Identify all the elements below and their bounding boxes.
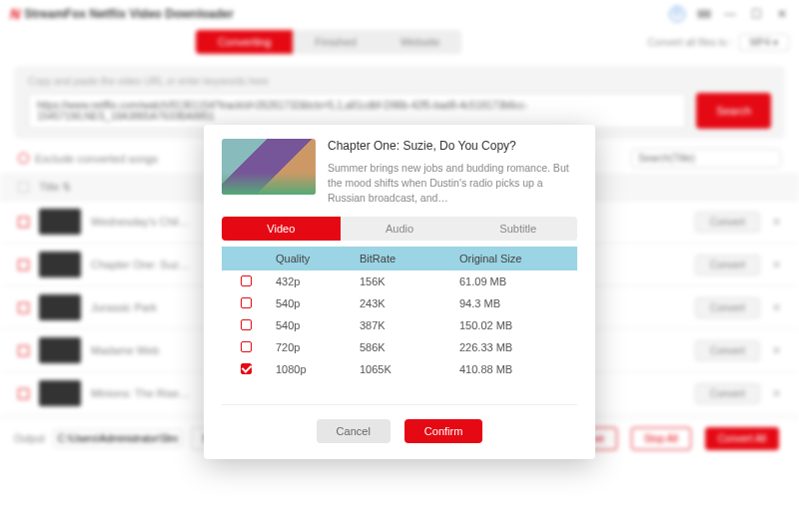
quality-value: 540p (270, 297, 360, 309)
app-title: StreamFox Netflix Video Downloader (24, 7, 234, 21)
tab-website[interactable]: Website (379, 30, 462, 54)
row-convert-button[interactable]: Convert (695, 383, 760, 404)
minimize-icon[interactable]: — (723, 7, 737, 21)
row-thumbnail (39, 380, 81, 406)
main-tabs: Converting Finished Website (196, 30, 461, 54)
row-checkbox[interactable] (18, 260, 29, 270)
bitrate-value: 586K (360, 341, 459, 353)
quality-value: 1080p (270, 363, 360, 375)
tab-video[interactable]: Video (222, 217, 341, 241)
tab-converting[interactable]: Converting (196, 30, 293, 54)
output-label: Output: (14, 433, 47, 444)
row-convert-button[interactable]: Convert (695, 426, 760, 447)
bitrate-value: 387K (360, 319, 459, 331)
bitrate-value: 243K (360, 297, 459, 309)
row-remove-icon[interactable]: ✕ (772, 216, 781, 229)
output-path[interactable] (53, 429, 183, 448)
size-value: 226.33 MB (459, 341, 577, 353)
col-bitrate: BitRate (360, 253, 459, 265)
modal-title: Chapter One: Suzie, Do You Copy? (328, 139, 577, 153)
row-thumbnail (39, 423, 81, 449)
size-value: 410.88 MB (459, 363, 577, 375)
search-title-input[interactable] (631, 149, 781, 168)
quality-modal: Chapter One: Suzie, Do You Copy? Summer … (204, 125, 595, 459)
quality-row[interactable]: 720p586K226.33 MB (222, 336, 577, 358)
row-remove-icon[interactable]: ✕ (772, 301, 781, 314)
tab-subtitle[interactable]: Subtitle (458, 217, 577, 241)
logo-icon: N (10, 6, 20, 22)
titlebar: N StreamFox Netflix Video Downloader — ☐… (0, 0, 799, 28)
row-thumbnail (39, 209, 81, 235)
exclude-label: Exclude converted songs (35, 153, 158, 165)
size-value: 94.3 MB (459, 297, 577, 309)
col-quality: Quality (270, 253, 360, 265)
convert-all-button[interactable]: Convert All (705, 427, 779, 450)
row-thumbnail (39, 252, 81, 277)
quality-row[interactable]: 1080p1065K410.88 MB (222, 358, 577, 380)
row-checkbox[interactable] (18, 345, 29, 356)
row-remove-icon[interactable]: ✕ (772, 344, 781, 357)
size-value: 61.09 MB (459, 275, 577, 287)
row-remove-icon[interactable]: ✕ (772, 387, 781, 400)
quality-checkbox[interactable] (241, 319, 252, 330)
quality-table-header: Quality BitRate Original Size (222, 247, 577, 270)
row-checkbox[interactable] (18, 431, 29, 442)
main-tabs-row: Converting Finished Website Convert all … (0, 28, 799, 62)
row-convert-button[interactable]: Convert (695, 297, 760, 318)
convert-all-label: Convert all files to : (648, 37, 733, 48)
stop-all-button[interactable]: Stop All (631, 427, 691, 450)
quality-checkbox[interactable] (241, 341, 252, 352)
tab-finished[interactable]: Finished (293, 30, 379, 54)
select-all-checkbox[interactable] (18, 182, 29, 193)
episode-thumbnail (222, 139, 316, 195)
quality-table-body: 432p156K61.09 MB540p243K94.3 MB540p387K1… (222, 270, 577, 380)
row-remove-icon[interactable]: ✕ (772, 430, 781, 443)
quality-row[interactable]: 540p387K150.02 MB (222, 314, 577, 336)
cancel-button[interactable]: Cancel (317, 419, 391, 443)
quality-value: 720p (270, 341, 360, 353)
confirm-button[interactable]: Confirm (404, 419, 483, 443)
exclude-checkbox[interactable] (18, 153, 29, 164)
quality-value: 432p (270, 275, 360, 287)
app-logo: N StreamFox Netflix Video Downloader (10, 6, 234, 22)
account-icon[interactable] (669, 6, 685, 22)
row-remove-icon[interactable]: ✕ (772, 259, 781, 271)
row-checkbox[interactable] (18, 302, 29, 313)
convert-all-setting: Convert all files to : MP4 ▾ (648, 34, 789, 51)
search-button[interactable]: Search (696, 93, 771, 129)
quality-checkbox[interactable] (241, 275, 252, 286)
bitrate-value: 1065K (360, 363, 459, 375)
row-checkbox[interactable] (18, 388, 29, 399)
bitrate-value: 156K (360, 275, 459, 287)
row-checkbox[interactable] (18, 217, 29, 228)
row-thumbnail (39, 337, 81, 363)
url-input[interactable]: https://www.netflix.com/watch/81361154?t… (28, 93, 686, 129)
modal-tabs: Video Audio Subtitle (222, 217, 577, 241)
size-value: 150.02 MB (459, 319, 577, 331)
close-icon[interactable]: ✕ (775, 7, 789, 21)
modal-description: Summer brings new jobs and budding roman… (328, 161, 577, 207)
row-convert-button[interactable]: Convert (695, 212, 760, 233)
menu-icon[interactable] (697, 10, 711, 19)
col-size: Original Size (459, 253, 577, 265)
tab-audio[interactable]: Audio (341, 217, 459, 241)
quality-value: 540p (270, 319, 360, 331)
quality-row[interactable]: 432p156K61.09 MB (222, 270, 577, 292)
search-hint: Copy and paste the video URL or enter ke… (28, 76, 771, 87)
row-convert-button[interactable]: Convert (695, 340, 760, 361)
quality-checkbox[interactable] (241, 363, 252, 374)
row-thumbnail (39, 294, 81, 320)
row-convert-button[interactable]: Convert (695, 255, 760, 275)
maximize-icon[interactable]: ☐ (749, 7, 763, 21)
col-title[interactable]: Title ⇅ (39, 181, 71, 194)
quality-checkbox[interactable] (241, 297, 252, 308)
format-select[interactable]: MP4 ▾ (739, 34, 789, 51)
quality-row[interactable]: 540p243K94.3 MB (222, 292, 577, 314)
